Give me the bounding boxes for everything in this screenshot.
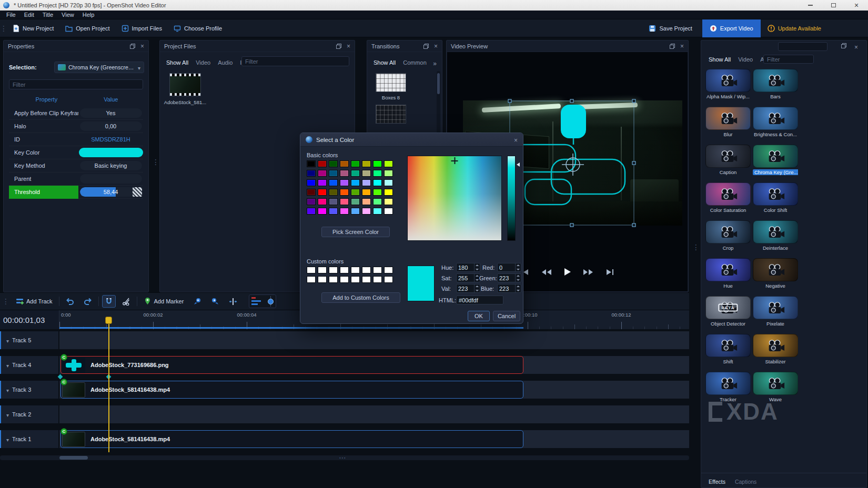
effect-item[interactable]: Chroma Key (Gre... [753, 145, 798, 176]
custom-color-swatch[interactable] [351, 267, 360, 273]
previous-marker-button[interactable] [190, 296, 205, 308]
snapping-toggle-button[interactable] [102, 295, 116, 308]
basic-color-swatch[interactable] [362, 208, 371, 215]
custom-color-swatch[interactable] [307, 276, 316, 283]
effects-tab-show-all[interactable]: Show All [709, 56, 731, 63]
spin-up-icon[interactable] [516, 274, 521, 278]
panel-splitter-handle[interactable] [152, 158, 159, 166]
basic-color-swatch[interactable] [384, 170, 393, 177]
value-pill[interactable] [80, 174, 142, 184]
add-track-button[interactable]: Add Track [13, 295, 56, 308]
tabs-overflow-icon[interactable] [433, 58, 437, 68]
effects-header-field[interactable] [778, 42, 827, 51]
custom-color-swatch[interactable] [318, 276, 327, 283]
basic-color-swatch[interactable] [351, 160, 360, 167]
close-panel-icon[interactable] [140, 43, 144, 49]
project-file[interactable]: AdobeStock_581... [168, 73, 202, 105]
basic-color-swatch[interactable] [307, 189, 316, 196]
transform-handle[interactable] [508, 99, 512, 103]
close-panel-icon[interactable] [854, 42, 858, 52]
custom-color-swatch[interactable] [362, 267, 371, 273]
spin-up-icon[interactable] [516, 263, 521, 268]
project-files-tab-show-all[interactable]: Show All [166, 59, 188, 66]
export-video-button[interactable]: Export Video [702, 19, 761, 37]
new-project-button[interactable]: New Project [7, 22, 58, 35]
timeline-clip[interactable]: CAdobeStock_773169686.png [60, 356, 523, 374]
effect-item[interactable]: Caption [705, 145, 751, 176]
basic-color-swatch[interactable] [362, 189, 371, 196]
custom-color-swatch[interactable] [307, 267, 316, 273]
float-panel-icon[interactable] [423, 44, 429, 49]
property-value[interactable]: 0,00 [78, 120, 143, 133]
pick-screen-color-button[interactable]: Pick Screen Color [321, 227, 390, 237]
custom-color-swatch[interactable] [351, 276, 360, 283]
center-playhead-button[interactable] [226, 296, 240, 308]
keyframe-interpolation-button[interactable] [133, 187, 142, 197]
basic-color-swatch[interactable] [329, 179, 338, 186]
spinner-buttons[interactable] [474, 284, 480, 292]
basic-color-swatch[interactable] [351, 170, 360, 177]
track-label[interactable]: Track 1 [0, 430, 58, 448]
property-row[interactable]: Key MethodBasic keying [9, 159, 143, 172]
effects-filter-input[interactable] [763, 55, 814, 64]
basic-color-swatch[interactable] [373, 208, 382, 215]
spinner-buttons[interactable] [474, 263, 480, 271]
chevron-down-icon[interactable] [6, 336, 9, 345]
add-to-custom-colors-button[interactable]: Add to Custom Colors [321, 292, 400, 303]
blue-input[interactable] [498, 284, 515, 292]
basic-color-swatch[interactable] [351, 189, 360, 196]
basic-color-swatch[interactable] [373, 179, 382, 186]
panel-tab-effects[interactable]: Effects [709, 479, 725, 485]
property-row[interactable]: IDSMDSDRZ81H [9, 133, 143, 146]
effect-item[interactable]: Bars [753, 69, 798, 100]
spin-up-icon[interactable] [475, 284, 480, 289]
menu-item-help[interactable]: Help [78, 11, 99, 19]
property-value[interactable]: Yes [78, 107, 143, 119]
transform-handle[interactable] [632, 99, 636, 103]
float-panel-icon[interactable] [670, 44, 675, 49]
timeline-splitter-handle[interactable] [339, 453, 346, 462]
cancel-button[interactable]: Cancel [493, 311, 520, 321]
project-files-filter-input[interactable] [241, 56, 349, 66]
basic-color-swatch[interactable] [351, 208, 360, 215]
basic-color-swatch[interactable] [329, 170, 338, 177]
custom-color-swatch[interactable] [318, 267, 327, 273]
red-input[interactable] [498, 263, 515, 271]
property-value[interactable] [78, 146, 143, 159]
spinner-buttons[interactable] [515, 274, 521, 282]
property-row[interactable]: Parent [9, 172, 143, 186]
float-panel-icon[interactable] [336, 44, 341, 49]
basic-color-swatch[interactable] [318, 170, 327, 177]
basic-color-swatch[interactable] [318, 198, 327, 205]
val-input[interactable] [457, 284, 474, 292]
value-pill[interactable]: Basic keying [80, 161, 142, 170]
color-picker-crosshair[interactable] [451, 157, 458, 164]
basic-color-swatch[interactable] [307, 198, 316, 205]
custom-color-swatch[interactable] [373, 267, 382, 273]
effect-item[interactable]: Color Shift [753, 182, 798, 214]
panel-tab-captions[interactable]: Captions [735, 479, 756, 485]
basic-color-swatch[interactable] [329, 160, 338, 167]
custom-color-swatch[interactable] [384, 267, 393, 273]
choose-profile-button[interactable]: Choose Profile [169, 22, 227, 35]
sat-input[interactable] [457, 274, 474, 282]
effect-item[interactable]: Deinterlace [753, 220, 798, 252]
effect-item[interactable]: Wave [753, 372, 798, 403]
transition-item[interactable] [376, 105, 406, 124]
basic-color-swatch[interactable] [340, 179, 349, 186]
next-marker-button[interactable] [208, 296, 223, 308]
effect-item[interactable]: Blur [705, 107, 751, 138]
razor-tool-button[interactable] [119, 296, 134, 308]
scrollbar-thumb[interactable] [437, 73, 440, 94]
spin-up-icon[interactable] [516, 284, 521, 289]
chevron-down-icon[interactable] [6, 410, 9, 419]
value-pill[interactable]: Yes [80, 108, 142, 118]
dialog-close-icon[interactable] [514, 135, 518, 145]
basic-color-swatch[interactable] [384, 208, 393, 215]
property-row[interactable]: Threshold58,44 [9, 186, 143, 199]
close-panel-icon[interactable] [434, 43, 438, 49]
add-marker-button[interactable]: Add Marker [140, 295, 187, 308]
track-lane[interactable] [59, 405, 689, 423]
close-panel-icon[interactable] [347, 43, 350, 49]
basic-color-swatch[interactable] [362, 170, 371, 177]
